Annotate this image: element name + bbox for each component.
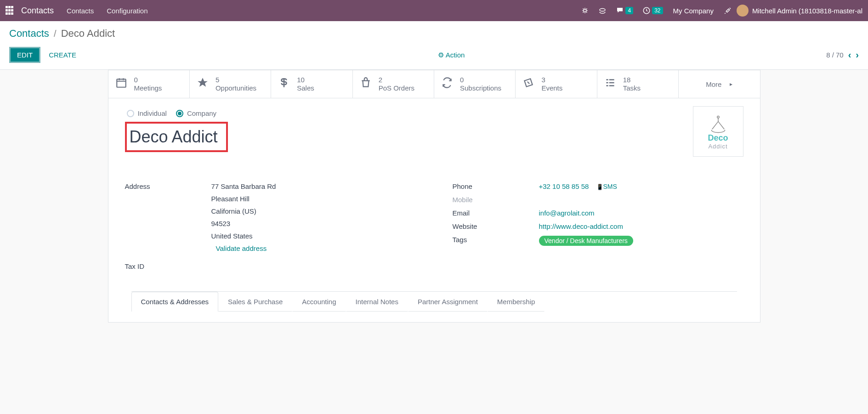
mobile-icon: 📱 <box>596 184 603 190</box>
form-sheet: 0Meetings 5Opportunities 10Sales 2PoS Or… <box>108 70 760 323</box>
avatar[interactable] <box>737 5 749 17</box>
pager-text: 8 / 70 <box>826 51 844 59</box>
top-navbar: Contacts Contacts Configuration 4 32 My … <box>0 0 868 21</box>
control-bar: EDIT CREATE ⚙Action 8 / 70 ‹ › <box>0 42 868 70</box>
company-logo[interactable]: Deco Addict <box>693 106 743 157</box>
left-fields: Address 77 Santa Barbara Rd Pleasant Hil… <box>125 182 416 276</box>
validate-address-button[interactable]: Validate address <box>216 244 267 252</box>
stat-subscriptions[interactable]: 0Subscriptions <box>434 70 516 98</box>
mobile-value <box>539 196 743 204</box>
phone-label: Phone <box>453 182 539 190</box>
stat-sales[interactable]: 10Sales <box>271 70 352 98</box>
stat-opportunities[interactable]: 5Opportunities <box>190 70 271 98</box>
app-brand[interactable]: Contacts <box>21 6 54 16</box>
website-label: Website <box>453 222 539 230</box>
star-icon <box>196 77 209 91</box>
radio-company-label: Company <box>187 109 216 117</box>
chevron-right-icon: ▸ <box>730 81 732 87</box>
website-value[interactable]: http://www.deco-addict.com <box>539 222 623 230</box>
breadcrumb-sep: / <box>54 28 57 39</box>
tabs: Contacts & Addresses Sales & Purchase Ac… <box>131 291 737 311</box>
logo-text: Deco <box>708 133 728 143</box>
taxid-value <box>211 262 416 270</box>
tab-partner-assignment[interactable]: Partner Assignment <box>408 292 488 312</box>
stat-pos-orders[interactable]: 2PoS Orders <box>353 70 434 98</box>
pager: 8 / 70 ‹ › <box>826 50 859 60</box>
stat-more[interactable]: More ▸ <box>679 70 760 98</box>
company-type-radio: Individual Company <box>127 109 743 117</box>
tag-chip[interactable]: Vendor / Desk Manufacturers <box>539 236 633 246</box>
user-menu[interactable]: Mitchell Admin (18103818-master-al <box>752 7 862 15</box>
breadcrumb: Contacts / Deco Addict <box>0 21 868 42</box>
logo-subtext: Addict <box>708 143 727 150</box>
svg-point-0 <box>584 9 586 12</box>
action-label: Action <box>446 51 465 59</box>
support-icon[interactable] <box>598 6 607 15</box>
messages-icon[interactable]: 4 <box>616 6 633 15</box>
action-menu[interactable]: ⚙Action <box>438 51 465 59</box>
radio-individual-label: Individual <box>138 109 167 117</box>
radio-company[interactable]: Company <box>176 109 216 117</box>
calendar-icon <box>115 77 128 91</box>
stat-tasks[interactable]: 18Tasks <box>597 70 679 98</box>
tab-internal-notes[interactable]: Internal Notes <box>346 292 408 312</box>
stat-meetings[interactable]: 0Meetings <box>108 70 190 98</box>
radio-icon <box>127 110 134 117</box>
right-fields: Phone +32 10 58 85 58 📱SMS Mobile Email … <box>453 182 743 276</box>
pager-next[interactable]: › <box>856 50 859 60</box>
mobile-label: Mobile <box>453 196 539 204</box>
edit-button[interactable]: EDIT <box>9 47 40 63</box>
address-value: 77 Santa Barbara Rd Pleasant Hill Califo… <box>211 182 416 257</box>
company-selector[interactable]: My Company <box>673 7 714 15</box>
tab-sales-purchase[interactable]: Sales & Purchase <box>218 292 292 312</box>
gear-icon: ⚙ <box>438 51 444 59</box>
nav-configuration[interactable]: Configuration <box>107 7 148 15</box>
dollar-icon <box>278 77 290 91</box>
sms-button[interactable]: 📱SMS <box>596 183 617 190</box>
svg-point-3 <box>717 116 719 118</box>
company-name: Deco Addict <box>130 127 218 147</box>
stat-events[interactable]: 3Events <box>516 70 597 98</box>
apps-icon[interactable] <box>6 6 15 15</box>
ticket-icon <box>522 77 535 91</box>
tags-label: Tags <box>453 236 539 246</box>
activities-icon[interactable]: 32 <box>642 6 663 15</box>
bug-icon[interactable] <box>581 6 589 15</box>
breadcrumb-root[interactable]: Contacts <box>9 28 49 39</box>
address-label: Address <box>125 182 211 257</box>
svg-rect-2 <box>117 79 126 87</box>
messages-badge: 4 <box>625 7 633 14</box>
taxid-label: Tax ID <box>125 262 211 270</box>
radio-icon <box>176 110 183 117</box>
stat-button-row: 0Meetings 5Opportunities 10Sales 2PoS Or… <box>108 70 760 98</box>
pager-prev[interactable]: ‹ <box>848 50 851 60</box>
nav-contacts[interactable]: Contacts <box>67 7 94 15</box>
tasks-icon <box>604 77 617 91</box>
shopping-bag-icon <box>359 77 372 91</box>
activities-badge: 32 <box>652 7 663 14</box>
debug-tools-icon[interactable] <box>724 6 732 15</box>
tab-membership[interactable]: Membership <box>488 292 545 312</box>
email-label: Email <box>453 209 539 217</box>
tab-accounting[interactable]: Accounting <box>292 292 346 312</box>
create-button[interactable]: CREATE <box>49 51 76 59</box>
email-value[interactable]: info@agrolait.com <box>539 209 595 217</box>
tab-contacts-addresses[interactable]: Contacts & Addresses <box>131 292 219 312</box>
breadcrumb-current: Deco Addict <box>61 28 115 39</box>
refresh-icon <box>441 77 454 91</box>
radio-individual[interactable]: Individual <box>127 109 167 117</box>
name-highlight: Deco Addict <box>125 122 228 152</box>
phone-value[interactable]: +32 10 58 85 58 <box>539 182 589 190</box>
more-label: More <box>706 80 721 88</box>
